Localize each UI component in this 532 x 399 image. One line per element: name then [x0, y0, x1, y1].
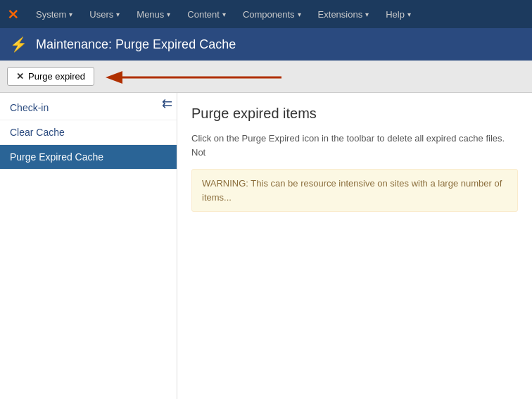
nav-help[interactable]: Help ▾ [379, 5, 418, 24]
nav-menus[interactable]: Menus ▾ [129, 5, 177, 24]
x-icon: ✕ [16, 71, 24, 82]
sidebar: ⇇ Check-in Clear Cache Purge Expired Cac… [0, 93, 177, 399]
sidebar-item-check-in[interactable]: Check-in [0, 96, 177, 120]
toolbar: ✕ Purge expired [0, 61, 532, 93]
chevron-down-icon: ▾ [407, 11, 411, 18]
main-content: Purge expired items Click on the Purge E… [177, 93, 532, 399]
chevron-down-icon: ▾ [365, 11, 369, 18]
sidebar-item-clear-cache[interactable]: Clear Cache [0, 120, 177, 145]
purge-expired-button[interactable]: ✕ Purge expired [7, 67, 94, 86]
arrow-annotation [99, 63, 281, 92]
page-title: Maintenance: Purge Expired Cache [36, 37, 236, 52]
chevron-down-icon: ▾ [69, 11, 72, 18]
navbar: ⨯ System ▾ Users ▾ Menus ▾ Content ▾ Com… [0, 0, 532, 28]
chevron-down-icon: ▾ [222, 11, 226, 18]
nav-users[interactable]: Users ▾ [82, 5, 127, 24]
brand-logo[interactable]: ⨯ [7, 6, 19, 23]
nav-extensions[interactable]: Extensions ▾ [311, 5, 376, 24]
nav-content[interactable]: Content ▾ [180, 5, 233, 24]
sidebar-item-purge-expired-cache[interactable]: Purge Expired Cache [0, 145, 177, 170]
warning-box: WARNING: This can be resource intensive … [191, 169, 518, 212]
content-area: ⇇ Check-in Clear Cache Purge Expired Cac… [0, 93, 532, 399]
lightning-icon: ⚡ [10, 36, 27, 53]
main-heading: Purge expired items [191, 106, 518, 122]
chevron-down-icon: ▾ [116, 11, 120, 18]
sidebar-toggle-icon[interactable]: ⇇ [162, 96, 172, 111]
chevron-down-icon: ▾ [298, 11, 301, 18]
chevron-down-icon: ▾ [167, 11, 170, 18]
nav-system[interactable]: System ▾ [29, 5, 80, 24]
main-description: Click on the Purge Expired icon in the t… [191, 132, 518, 159]
nav-components[interactable]: Components ▾ [236, 5, 308, 24]
page-title-bar: ⚡ Maintenance: Purge Expired Cache [0, 28, 532, 61]
